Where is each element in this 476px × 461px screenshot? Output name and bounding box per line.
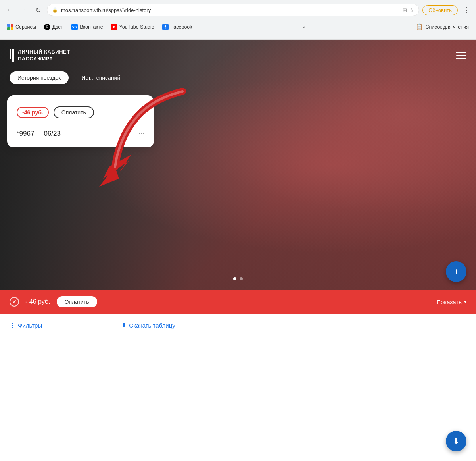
fab-add-button[interactable]: +	[446, 261, 466, 282]
bookmark-dzen-label: Дзен	[52, 24, 63, 30]
download-icon: ⬇	[121, 322, 127, 329]
card-more-button[interactable]: ···	[138, 129, 144, 138]
filters-area: ⋮ Фильтры ⬇ Скачать таблицу	[0, 314, 476, 337]
logo-bar-right	[12, 49, 14, 62]
notification-show-button[interactable]: Показать ▾	[436, 299, 466, 305]
download-table-button[interactable]: ⬇ Скачать таблицу	[121, 322, 175, 329]
logo-text: ЛИЧНЫЙ КАБИНЕТПАССАЖИРА	[18, 49, 70, 62]
filters-label: Фильтры	[18, 322, 42, 329]
vk-icon: VK	[71, 24, 78, 30]
url-text: mos.transport.vtb.ru/sppa/#/ride-history	[61, 7, 399, 13]
carousel-dot-1	[233, 277, 236, 280]
download-label: Скачать таблицу	[129, 322, 175, 329]
bottom-download-fab[interactable]: ⬇	[446, 431, 466, 451]
logo-bar-left	[10, 49, 11, 59]
hamburger-line-1	[456, 52, 466, 53]
bookmark-youtube[interactable]: ▶ YouTube Studio	[108, 22, 157, 32]
more-button[interactable]: ⋮	[461, 4, 472, 15]
forward-button[interactable]: →	[18, 4, 29, 15]
reading-list-button[interactable]: 📋 Список для чтения	[413, 22, 472, 32]
pay-button-card[interactable]: Оплатить	[54, 106, 94, 118]
amount-badge: -46 руб.	[17, 107, 49, 118]
notification-bar: ✕ - 46 руб. Оплатить Показать ▾	[0, 290, 476, 314]
notification-amount: - 46 руб.	[25, 298, 50, 305]
card-top-row: -46 руб. Оплатить	[17, 106, 144, 118]
notification-pay-button[interactable]: Оплатить	[57, 296, 97, 307]
hero-section: ЛИЧНЫЙ КАБИНЕТПАССАЖИРА История поездок …	[0, 40, 476, 290]
hamburger-line-2	[456, 55, 466, 56]
card-number: *9967	[17, 130, 34, 138]
browser-chrome: ← → ↻ 🔒 mos.transport.vtb.ru/sppa/#/ride…	[0, 0, 476, 40]
browser-top-bar: ← → ↻ 🔒 mos.transport.vtb.ru/sppa/#/ride…	[0, 0, 476, 20]
address-bar[interactable]: 🔒 mos.transport.vtb.ru/sppa/#/ride-histo…	[47, 4, 419, 16]
filters-icon: ⋮	[10, 322, 15, 329]
notification-icon: ✕	[10, 297, 19, 307]
notification-show-label: Показать	[436, 299, 462, 305]
card-date: 06/23	[44, 130, 61, 138]
card-container: -46 руб. Оплатить *9967 06/23 ···	[7, 95, 154, 147]
reading-list-icon: 📋	[416, 23, 423, 31]
lock-icon: 🔒	[52, 7, 58, 13]
back-button[interactable]: ←	[4, 4, 15, 15]
bookmark-vk-label: Вконтакте	[80, 24, 103, 30]
address-icons: ⊞ ☆	[403, 7, 414, 13]
tabs-area: История поездок Ист... списаний	[10, 71, 128, 84]
bookmark-facebook-label: Facebook	[171, 24, 192, 30]
tab-subscriptions[interactable]: Ист... списаний	[73, 71, 128, 84]
logo-bars	[10, 49, 14, 62]
page-content: ЛИЧНЫЙ КАБИНЕТПАССАЖИРА История поездок …	[0, 40, 476, 461]
hamburger-line-3	[456, 58, 466, 59]
bookmark-vk[interactable]: VK Вконтакте	[68, 22, 106, 32]
carousel-dot-2	[240, 277, 243, 280]
youtube-icon: ▶	[111, 24, 117, 30]
grid-icon	[7, 24, 13, 30]
reading-list-label: Список для чтения	[425, 24, 469, 30]
refresh-button[interactable]: ↻	[33, 4, 44, 15]
carousel-dots	[233, 277, 243, 280]
filters-button[interactable]: ⋮ Фильтры	[10, 322, 42, 329]
translate-icon: ⊞	[403, 7, 407, 13]
bookmarks-bar: Сервисы D Дзен VK Вконтакте ▶ YouTube St…	[0, 20, 476, 34]
site-header: ЛИЧНЫЙ КАБИНЕТПАССАЖИРА	[0, 40, 476, 71]
bookmark-dzen[interactable]: D Дзен	[41, 22, 67, 32]
logo-area: ЛИЧНЫЙ КАБИНЕТПАССАЖИРА	[10, 49, 70, 62]
chevron-down-icon: ▾	[464, 299, 466, 305]
bookmark-youtube-label: YouTube Studio	[119, 24, 154, 30]
bookmark-services[interactable]: Сервисы	[4, 22, 39, 32]
card-bottom-row: *9967 06/23 ···	[17, 129, 144, 138]
bookmark-facebook[interactable]: f Facebook	[159, 22, 196, 32]
hamburger-button[interactable]	[456, 52, 466, 59]
bookmark-services-label: Сервисы	[15, 24, 36, 30]
bookmarks-chevron[interactable]: »	[299, 23, 308, 31]
star-icon: ☆	[409, 7, 414, 13]
dzen-icon: D	[44, 24, 50, 30]
bottom-fab-icon: ⬇	[453, 436, 460, 446]
update-button[interactable]: Обновить	[422, 5, 458, 15]
facebook-icon: f	[162, 24, 169, 30]
tab-rides[interactable]: История поездок	[10, 71, 69, 84]
